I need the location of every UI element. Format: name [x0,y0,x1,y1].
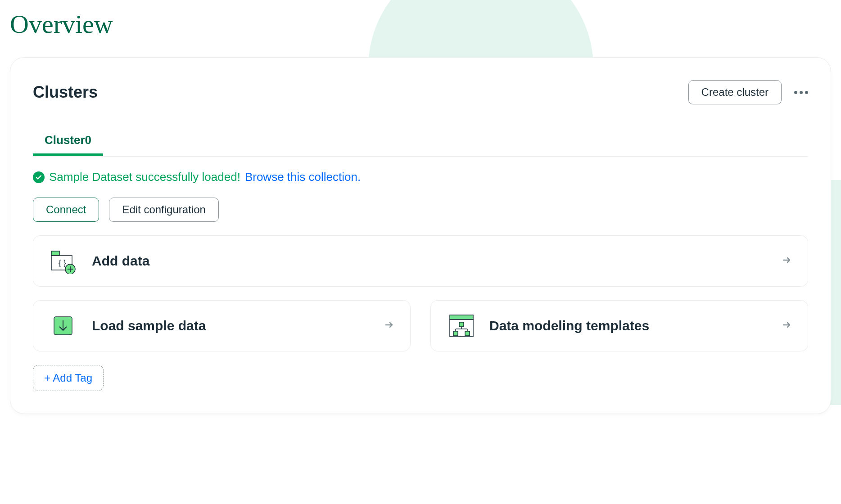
page-title: Overview [10,9,841,39]
svg-rect-0 [51,251,59,256]
add-data-label: Add data [92,253,149,269]
load-sample-data-label: Load sample data [92,318,206,333]
tab-cluster0[interactable]: Cluster0 [33,127,103,156]
clusters-panel: Clusters Create cluster Cluster0 Sample … [10,57,831,414]
panel-title: Clusters [33,83,98,102]
browse-collection-link[interactable]: Browse this collection. [245,170,361,184]
svg-rect-12 [465,331,470,336]
load-sample-data-card[interactable]: Load sample data [33,300,411,351]
svg-rect-8 [450,315,473,320]
hierarchy-icon [446,313,475,338]
more-options-icon[interactable] [794,91,808,94]
data-modeling-templates-label: Data modeling templates [489,318,649,333]
svg-rect-10 [459,322,464,327]
check-circle-icon [33,171,45,183]
arrow-right-icon [384,320,395,332]
cluster-tabs: Cluster0 [33,127,808,157]
download-icon [49,313,77,338]
status-message: Sample Dataset successfully loaded! Brow… [33,170,808,184]
status-text: Sample Dataset successfully loaded! [49,170,240,184]
svg-text:{ }: { } [59,258,66,267]
arrow-right-icon [782,320,792,332]
create-cluster-button[interactable]: Create cluster [688,80,782,104]
data-modeling-templates-card[interactable]: Data modeling templates [430,300,808,351]
add-data-card[interactable]: { } Add data [33,235,808,287]
arrow-right-icon [782,255,792,267]
connect-button[interactable]: Connect [33,198,99,222]
add-data-icon: { } [49,248,77,274]
edit-configuration-button[interactable]: Edit configuration [109,198,218,222]
add-tag-button[interactable]: + Add Tag [33,365,104,391]
svg-rect-11 [453,331,458,336]
